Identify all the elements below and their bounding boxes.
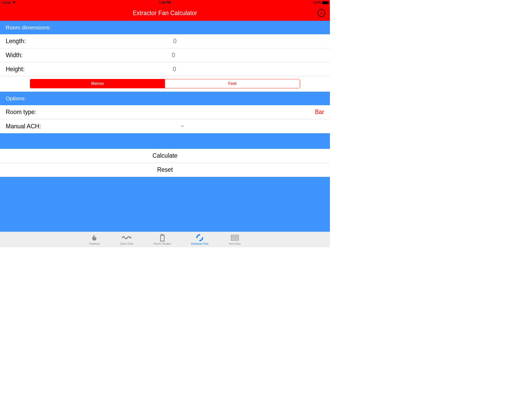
- tab-open-flue[interactable]: Open Flue: [120, 234, 133, 245]
- length-input[interactable]: [26, 38, 324, 45]
- tab-extractor-fan[interactable]: Extractor Fan: [191, 234, 208, 245]
- vent-icon: [231, 234, 239, 242]
- height-label: Height:: [6, 66, 25, 73]
- length-label: Length:: [6, 38, 26, 45]
- room-type-label: Room type:: [6, 109, 36, 116]
- nav-bar: Extractor Fan Calculator i: [0, 5, 330, 21]
- status-bar: Carrier 1:19 PM 100%: [0, 0, 330, 5]
- room-sealed-icon: [159, 234, 166, 242]
- info-button[interactable]: i: [317, 9, 325, 17]
- row-width: Width:: [0, 48, 330, 62]
- row-room-type[interactable]: Room type: Bar: [0, 105, 330, 119]
- page-title: Extractor Fan Calculator: [133, 10, 197, 17]
- wave-icon: [122, 234, 132, 242]
- tab-vent-size-label: Vent Size: [229, 242, 241, 245]
- width-label: Width:: [6, 52, 23, 59]
- width-input[interactable]: [23, 52, 324, 59]
- blue-fill: [0, 177, 330, 232]
- carrier-label: Carrier: [2, 1, 11, 4]
- tab-bar: Flueless Open Flue Room Sealed Extractor…: [0, 232, 330, 247]
- tab-open-flue-label: Open Flue: [120, 242, 133, 245]
- manual-ach-label: Manual ACH:: [6, 123, 41, 130]
- tab-flueless[interactable]: Flueless: [89, 234, 100, 245]
- tab-room-sealed[interactable]: Room Sealed: [154, 234, 171, 245]
- battery-percent: 100%: [313, 1, 321, 4]
- blue-spacer: [0, 133, 330, 149]
- row-height: Height:: [0, 62, 330, 76]
- height-input[interactable]: [25, 66, 324, 73]
- room-type-value: Bar: [315, 109, 324, 116]
- status-right: 100%: [313, 1, 328, 4]
- tab-extractor-fan-label: Extractor Fan: [191, 242, 208, 245]
- tab-flueless-label: Flueless: [89, 242, 100, 245]
- tab-room-sealed-label: Room Sealed: [154, 242, 171, 245]
- unit-segmented-control: Metres Feet: [30, 79, 300, 88]
- row-length: Length:: [0, 34, 330, 48]
- tab-vent-size[interactable]: Vent Size: [229, 234, 241, 245]
- section-header-options: Options:: [0, 92, 330, 105]
- row-manual-ach: Manual ACH:: [0, 119, 330, 133]
- segment-metres[interactable]: Metres: [30, 79, 165, 88]
- battery-icon: [322, 1, 328, 4]
- status-left: Carrier: [2, 1, 16, 4]
- calculate-button[interactable]: Calculate: [0, 149, 330, 163]
- unit-segment-row: Metres Feet: [0, 76, 330, 92]
- manual-ach-input[interactable]: [41, 123, 324, 130]
- section-header-room-dimensions: Room dimensions:: [0, 21, 330, 34]
- wifi-icon: [12, 1, 16, 4]
- status-time: 1:19 PM: [159, 1, 171, 4]
- refresh-icon: [196, 234, 204, 242]
- flame-icon: [91, 234, 98, 242]
- segment-feet[interactable]: Feet: [165, 79, 300, 88]
- reset-button[interactable]: Reset: [0, 163, 330, 177]
